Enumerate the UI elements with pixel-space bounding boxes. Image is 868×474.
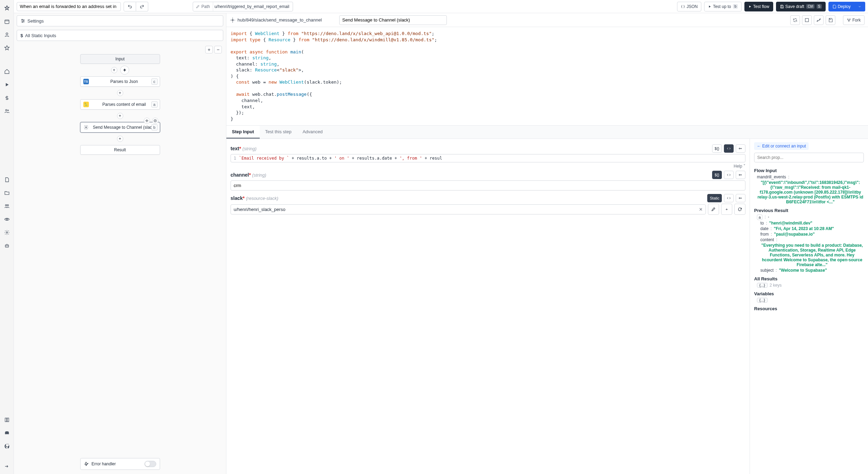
- edit-resource-button[interactable]: [708, 204, 719, 215]
- slack-connect-button[interactable]: [736, 194, 745, 202]
- tab-test-step[interactable]: Test this step: [260, 126, 297, 138]
- text-code-button[interactable]: [724, 144, 734, 153]
- maximize-icon[interactable]: [802, 15, 812, 25]
- topbar: Path u/henri/triggered_by_email_report_e…: [14, 0, 868, 13]
- script-path: hub/849/slack/send_message_to_channel: [237, 17, 322, 23]
- text-connect-button[interactable]: [736, 144, 745, 153]
- delete-node-button[interactable]: [152, 118, 158, 124]
- path-display[interactable]: Path u/henri/triggered_by_email_report_e…: [193, 2, 293, 11]
- channel-input[interactable]: [231, 180, 745, 191]
- svg-point-1: [6, 33, 8, 35]
- resources-heading: Resources: [754, 306, 864, 311]
- reload-resource-button[interactable]: [734, 204, 745, 215]
- save-icon[interactable]: [826, 15, 835, 25]
- tab-step-input[interactable]: Step Input: [226, 126, 260, 138]
- app-sidebar: [0, 0, 14, 474]
- book-icon[interactable]: [1, 414, 12, 425]
- document-icon[interactable]: [1, 174, 12, 185]
- slack-resource-input[interactable]: u/henri/henri_slack_perso ✕: [231, 204, 706, 214]
- github-icon[interactable]: [1, 441, 12, 452]
- link-icon[interactable]: [814, 15, 824, 25]
- help-link[interactable]: Help ˅: [231, 164, 745, 169]
- discord-icon[interactable]: [1, 428, 12, 439]
- add-step-button[interactable]: +: [117, 136, 123, 142]
- home-icon[interactable]: [1, 66, 12, 77]
- node-input[interactable]: Input: [80, 54, 160, 64]
- trigger-icon[interactable]: [120, 66, 129, 75]
- python-icon: 🐍: [83, 102, 89, 107]
- svg-point-6: [6, 219, 8, 220]
- prop-channel-name: channel*: [231, 172, 251, 178]
- dollar-icon[interactable]: [1, 92, 12, 103]
- prop-slack-name: slack*: [231, 195, 245, 201]
- test-up-to-button[interactable]: Test up tob: [704, 2, 742, 11]
- channel-code-button[interactable]: [724, 171, 734, 179]
- save-draft-button[interactable]: Save draftCtrlS: [776, 2, 826, 11]
- text-expression-input[interactable]: 1 `Email received by ` + results.a.to + …: [231, 154, 745, 162]
- add-step-button[interactable]: +: [117, 90, 123, 96]
- node-parses-content[interactable]: 🐍 Parses content of email a: [80, 99, 160, 110]
- edit-connect-link[interactable]: ← Edit or connect an input: [754, 142, 809, 150]
- gear-icon[interactable]: [1, 227, 12, 238]
- node-send-slack[interactable]: Send Message to Channel (slack) b: [80, 122, 160, 133]
- undo-button[interactable]: [124, 2, 136, 11]
- channel-template-button[interactable]: ${}: [712, 171, 722, 179]
- error-handler-toggle[interactable]: Error handler: [80, 458, 160, 470]
- slack-static-button[interactable]: Static: [707, 194, 722, 202]
- logo-icon[interactable]: [1, 3, 12, 14]
- script-title-input[interactable]: [339, 15, 447, 25]
- deploy-button[interactable]: Deploy: [828, 2, 854, 11]
- test-flow-button[interactable]: Test flow: [744, 2, 773, 11]
- zoom-in-button[interactable]: +: [205, 46, 213, 53]
- svg-point-19: [850, 19, 850, 19]
- eye-icon[interactable]: [1, 214, 12, 225]
- path-value: u/henri/triggered_by_email_report_email: [213, 2, 293, 11]
- svg-point-10: [7, 246, 8, 246]
- flow-title-input[interactable]: [17, 2, 121, 11]
- svg-point-21: [739, 148, 740, 149]
- svg-point-7: [6, 232, 8, 233]
- deploy-dropdown-button[interactable]: [854, 2, 865, 11]
- fork-button[interactable]: Fork: [843, 15, 865, 25]
- settings-header[interactable]: Settings: [17, 15, 223, 26]
- users-icon[interactable]: [1, 105, 12, 117]
- json-button[interactable]: JSON: [677, 2, 701, 11]
- node-result[interactable]: Result: [80, 145, 160, 155]
- folder-icon[interactable]: [1, 187, 12, 198]
- add-step-button[interactable]: +: [111, 67, 117, 73]
- toggle-switch[interactable]: [144, 461, 156, 467]
- star-icon[interactable]: [1, 42, 12, 53]
- zoom-out-button[interactable]: −: [214, 46, 222, 53]
- variables-expand[interactable]: {...}: [757, 298, 768, 303]
- text-template-button[interactable]: ${}: [712, 144, 722, 153]
- user-icon[interactable]: [1, 29, 12, 40]
- svg-rect-17: [805, 18, 808, 22]
- step-tabs: Step Input Test this step Advanced: [226, 126, 868, 139]
- svg-point-13: [22, 22, 23, 22]
- all-results-expand[interactable]: {...}: [757, 283, 768, 288]
- expand-icon[interactable]: [1, 461, 12, 472]
- move-node-button[interactable]: [144, 118, 150, 124]
- typescript-icon: TS: [83, 79, 89, 84]
- node-parses-json[interactable]: TS Parses to Json c: [80, 76, 160, 87]
- variables-heading: Variables: [754, 291, 864, 296]
- calendar-icon[interactable]: [1, 16, 12, 27]
- code-editor[interactable]: import { WebClient } from "https://deno.…: [226, 27, 868, 126]
- static-inputs-header[interactable]: $ All Static Inputs: [17, 30, 223, 41]
- svg-point-18: [848, 19, 848, 19]
- slack-code-button[interactable]: [724, 194, 734, 202]
- group-icon[interactable]: [1, 201, 12, 212]
- svg-point-15: [85, 127, 87, 128]
- redo-button[interactable]: [136, 2, 148, 11]
- flow-input-heading: Flow Input: [754, 168, 864, 173]
- play-icon[interactable]: [1, 79, 12, 90]
- clear-resource-button[interactable]: ✕: [699, 207, 703, 212]
- tab-advanced[interactable]: Advanced: [297, 126, 328, 138]
- add-resource-button[interactable]: +: [721, 204, 732, 215]
- add-step-button[interactable]: +: [117, 113, 123, 119]
- prev-result-heading: Previous Result: [754, 208, 864, 213]
- refresh-icon[interactable]: [790, 15, 800, 25]
- robot-icon[interactable]: [1, 240, 12, 251]
- channel-connect-button[interactable]: [736, 171, 745, 179]
- search-prop-input[interactable]: [754, 153, 864, 162]
